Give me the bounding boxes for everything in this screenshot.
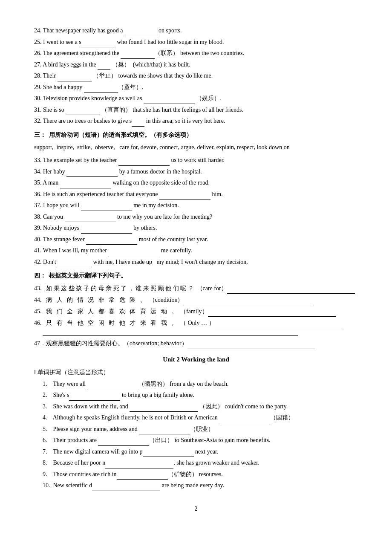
section3-header-text: 三： 用所给动词（短语）的适当形式填空。（有多余选项） — [34, 132, 192, 138]
item-34: 34. Her baby by a famous doctor in the h… — [34, 167, 358, 177]
unit2-section1-header: Ⅰ 单词拼写（注意适当形式） — [34, 367, 358, 378]
unit2-title: Unit 2 Working the land — [163, 356, 229, 363]
wordlist-text: support, inspire, strike, observe, care … — [34, 144, 290, 150]
item-40: 40. The strange fever most of the countr… — [34, 234, 358, 245]
unit2-item-4: 4. Although he speaks English fluently, … — [43, 413, 358, 423]
item-39: 39. Nobody enjoys by others. — [34, 223, 358, 234]
item-35: 35. A man walking on the opposite side o… — [34, 178, 358, 188]
unit2-header: Unit 2 Working the land — [34, 354, 358, 365]
section4-header: 四： 根据英文提示翻译下列句子。 — [34, 271, 358, 281]
unit2-item-3: 3. She was down with the flu, and （因此） c… — [43, 402, 358, 412]
item-36: 36. He is such an experienced teacher th… — [34, 189, 358, 200]
item-32-text: 32. There are no trees or bushes to give… — [34, 118, 225, 124]
item-25: 25. I went to see a s who found I had to… — [34, 37, 358, 48]
item-42: 42. Don't with me, I have made up my min… — [34, 257, 358, 268]
page-number: 2 — [34, 504, 358, 514]
unit2-item-10: 10. New scientific d are being made ever… — [43, 480, 358, 491]
item-27: 27. A bird lays eggs in the （巢） (which/t… — [34, 60, 358, 70]
unit2-item-7: 7. The new digital camera will go into p… — [43, 447, 358, 457]
item-28-text: 28. Their （举止） towards me shows that the… — [34, 72, 213, 79]
unit2-item-6: 6. Their products are （出口） to Southeast-… — [43, 435, 358, 446]
item-44: 44. 病 人 的 情 况 非 常 危 险 。 （condition） — [34, 295, 358, 305]
unit2-item-5: 5. Please sign your name, address and （职… — [43, 424, 358, 435]
item-46: 46. 只 有 当 他 空 闲 时 他 才 来 看 我 。 （ Only … ） — [34, 318, 358, 328]
item-29-text: 29. She had a happy （童年）. — [34, 84, 143, 90]
item-31-text: 31. She is so （直言的） that she has hurt th… — [34, 107, 243, 113]
item-31: 31. She is so （直言的） that she has hurt th… — [34, 105, 358, 116]
item-29: 29. She had a happy （童年）. — [34, 82, 358, 93]
unit2-item-2: 2. She's s to bring up a big family alon… — [43, 390, 358, 401]
item-24-text: 24. That newspaper really has good a on … — [34, 27, 182, 34]
item-38: 38. Can you to me why you are late for t… — [34, 212, 358, 223]
item-25-text: 25. I went to see a s who found I had to… — [34, 39, 224, 45]
item-33: 33. The example set by the teacher us to… — [34, 155, 358, 166]
item-27-text: 27. A bird lays eggs in the （巢） (which/t… — [34, 61, 190, 68]
item-45: 45. 我 们 全 家 人 都 喜 欢 体 育 运 动 。 （family） — [34, 306, 358, 317]
unit2-item-1: 1. They were all （晒黑的） from a day on the… — [43, 379, 358, 390]
item-32: 32. There are no trees or bushes to give… — [34, 116, 358, 127]
item-28: 28. Their （举止） towards me shows that the… — [34, 71, 358, 81]
item-24: 24. That newspaper really has good a on … — [34, 26, 358, 36]
item-26: 26. The agreement strengthened the （联系） … — [34, 48, 358, 59]
item-46-cont — [43, 329, 298, 336]
unit2-item-9: 9. Those countries are rich in（矿物的） reso… — [43, 469, 358, 480]
item-26-text: 26. The agreement strengthened the （联系） … — [34, 50, 244, 56]
unit2-item-8: 8. Because of her poor n, she has grown … — [43, 458, 358, 468]
item-30: 30. Television provides knowledge as wel… — [34, 93, 358, 104]
item-41: 41. When I was ill, my mother me careful… — [34, 246, 358, 256]
item-47: 47．观察黑猩猩的习性需要耐心。（observation; behavior） — [34, 338, 358, 349]
section3-wordlist: support, inspire, strike, observe, care … — [34, 142, 358, 153]
item-37: 37. I hope you will me in my decision. — [34, 200, 358, 211]
page-content: 24. That newspaper really has good a on … — [34, 26, 358, 514]
section3-header: 三： 用所给动词（短语）的适当形式填空。（有多余选项） — [34, 130, 358, 141]
item-30-text: 30. Television provides knowledge as wel… — [34, 95, 222, 101]
item-43: 43. 如 果 这 些 孩 子 的 母 亲 死 了 ， 谁 来 照 顾 他 们 … — [34, 283, 358, 294]
